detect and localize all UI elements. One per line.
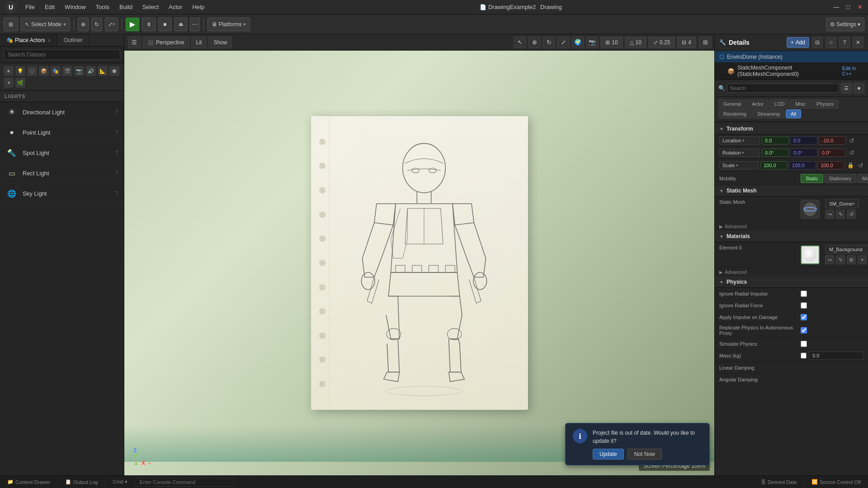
location-y-input[interactable] [790,136,817,145]
viewport-menu-button[interactable]: ☰ [128,37,141,48]
filter-all-icon[interactable]: ★ [4,66,14,76]
details-star-filter-icon[interactable]: ★ [854,83,864,94]
snap-rotate-button[interactable]: ↻ [91,18,102,31]
menu-build[interactable]: Build [115,2,137,12]
viewport[interactable]: Z Y ▲ X → Screen Percentage 108% [124,51,714,475]
lit-button[interactable]: Lit [191,37,207,48]
cmd-button[interactable]: Cmd ▾ [110,478,130,486]
perspective-button[interactable]: 🎥 Perspective [142,37,189,48]
scale-lock-icon[interactable]: 🔒 [846,161,855,170]
transform-section-header[interactable]: ▼ Transform [715,123,868,135]
scale-x-input[interactable] [760,161,788,169]
tab-place-actors[interactable]: 🎭 Place Actors ✕ [0,34,57,46]
tab-outliner[interactable]: Outliner [57,34,90,46]
close-button[interactable]: ✕ [856,4,863,11]
location-reset-icon[interactable]: ↺ [849,137,854,144]
menu-tools[interactable]: Tools [91,2,114,12]
rotation-y-input[interactable] [790,149,817,157]
scale-reset-icon[interactable]: ↺ [858,162,863,169]
material-dropdown[interactable]: M_Background ▾ [825,245,868,254]
platforms-button[interactable]: 🖥 Platforms ▾ [208,18,250,31]
pause-button[interactable]: ⏸ [142,18,156,31]
mesh-navigate-icon[interactable]: ↪ [825,210,834,219]
menu-window[interactable]: Window [60,2,90,12]
tab-actor[interactable]: Actor [747,99,769,108]
menu-help[interactable]: Help [188,2,209,12]
filter-cinematic-icon[interactable]: 🎬 [62,66,72,76]
scale-z-input[interactable] [817,161,844,169]
tab-rendering[interactable]: Rendering [718,109,751,118]
angle-button[interactable]: △ 10 [625,37,646,48]
filter-audio-icon[interactable]: 🔊 [86,66,96,76]
snap-translate-button[interactable]: ⊕ [78,18,89,31]
tab-misc[interactable]: Misc [790,99,811,108]
rotation-z-input[interactable] [819,149,846,157]
camera-speed-icon[interactable]: 📷 [586,37,599,48]
layout-button[interactable]: ⊞ [4,18,18,31]
actor-item-rect-light[interactable]: ▭ Rect Light ? [0,163,124,183]
console-command-input[interactable] [135,478,234,487]
component-static-mesh[interactable]: 📦 StaticMeshComponent (StaticMeshCompone… [715,62,868,80]
details-search-input[interactable] [727,84,839,93]
scale-button[interactable]: ⤢ 0.25 [648,37,675,48]
maximize-button[interactable]: □ [844,4,852,11]
point-light-help-icon[interactable]: ? [115,129,118,136]
minimize-button[interactable]: — [833,4,840,11]
edit-cpp-button[interactable]: Edit in C++ [842,66,863,76]
actor-item-directional-light[interactable]: ☀ Directional Light ? [0,102,124,122]
mesh-reset-icon[interactable]: ↺ [847,210,856,219]
menu-edit[interactable]: Edit [40,2,59,12]
location-x-input[interactable] [762,136,789,145]
scale-y-input[interactable] [789,161,816,169]
grid-size-button[interactable]: ⊞ 10 [600,37,623,48]
viewport-settings-icon[interactable]: ⊞ [699,37,712,48]
material-dropdown-icon[interactable]: ▾ [858,255,867,264]
filter-effects-icon[interactable]: ✦ [4,78,14,88]
tab-streaming[interactable]: Streaming [752,109,785,118]
place-actors-close-icon[interactable]: ✕ [47,38,51,43]
rotation-x-input[interactable] [762,149,789,157]
tab-general[interactable]: General [718,99,746,108]
notification-not-now-button[interactable]: Not Now [627,449,662,460]
tab-lod[interactable]: LOD [769,99,790,108]
mobility-movable-button[interactable]: Movable [857,174,868,183]
details-view-options-button[interactable]: ⊟ [812,37,823,48]
material-settings-icon[interactable]: ⚙ [847,255,856,264]
actor-item-spot-light[interactable]: 🔦 Spot Light ? [0,143,124,163]
translate-icon[interactable]: ↖ [514,37,526,48]
sky-light-help-icon[interactable]: ? [115,190,118,197]
details-help-button[interactable]: ? [839,37,850,48]
mesh-edit-icon[interactable]: ✎ [836,210,845,219]
search-classes-input[interactable] [4,49,120,60]
filter-shapes-icon[interactable]: ⬡ [27,66,37,76]
more-options-button[interactable]: ⋯ [190,18,200,31]
rotation-reset-icon[interactable]: ↺ [849,149,854,156]
details-star-button[interactable]: ☆ [826,37,836,48]
scale-dropdown[interactable]: Scale ▾ [719,161,759,169]
tab-physics[interactable]: Physics [811,99,839,108]
rotation-dropdown[interactable]: Rotation ▾ [719,149,760,157]
rotate-icon[interactable]: ↻ [542,37,555,48]
settings-button[interactable]: ⚙ Settings ▾ [826,18,864,31]
world-icon[interactable]: 🌍 [571,37,584,48]
apply-impulse-checkbox[interactable] [801,314,807,320]
mass-override-checkbox[interactable] [801,352,807,359]
filter-actors-icon[interactable]: 🎭 [51,66,61,76]
output-log-button[interactable]: 📋 Output Log [62,478,100,486]
notification-update-button[interactable]: Update [593,449,624,460]
source-control-button[interactable]: 🔀 Source Control Off [809,478,863,486]
material-edit-icon[interactable]: ✎ [836,255,845,264]
tab-all[interactable]: All [786,109,801,118]
derived-data-button[interactable]: 🗄 Derived Data [758,479,799,486]
snap-scale-button[interactable]: ⤢ ▾ [105,18,118,31]
details-filter-icon[interactable]: ☰ [841,83,852,94]
location-z-input[interactable] [819,136,846,145]
ignore-radial-impulse-checkbox[interactable] [801,291,807,297]
filter-lights-icon[interactable]: 💡 [15,66,25,76]
materials-section-header[interactable]: ▼ Materials [715,231,868,242]
ignore-radial-force-checkbox[interactable] [801,302,807,309]
details-close-button[interactable]: ✕ [853,37,863,48]
material-navigate-icon[interactable]: ↪ [825,255,834,264]
directional-light-help-icon[interactable]: ? [115,108,118,116]
filter-volumes-icon[interactable]: ⬢ [109,66,119,76]
